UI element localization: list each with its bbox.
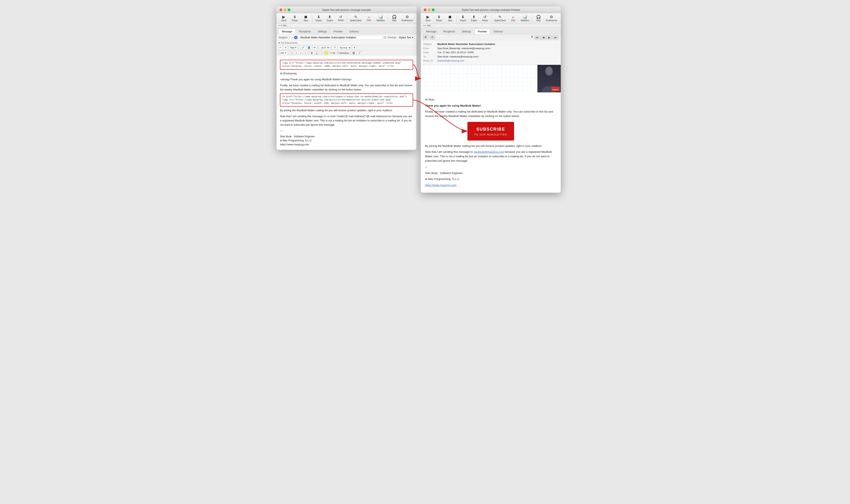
right-close-button[interactable] [424, 8, 426, 11]
mail-btn[interactable]: ✉ [313, 46, 317, 50]
minimize-button[interactable] [284, 8, 286, 11]
help-button[interactable]: 🎧 Help [389, 14, 399, 22]
subscribe-button[interactable]: SUBSCRIBE TO OUR NEWSLETTER [467, 122, 514, 141]
right-reset-button[interactable]: ↺ Reset [480, 14, 490, 22]
preferences-button[interactable]: ⚙ Preferences [400, 14, 414, 22]
underline-btn[interactable]: U [315, 51, 319, 55]
right-minimize-button[interactable] [428, 8, 430, 11]
spamcheck-icon: ✎ [354, 15, 357, 19]
font-family-label: T Helvetica [337, 52, 349, 54]
right-stop-button[interactable]: ⏹ Stop [445, 14, 455, 22]
right-reset-label: Reset [482, 19, 488, 22]
subject-arrows[interactable]: ⌃⌄ [289, 36, 293, 39]
right-tab-recipients[interactable]: Recipients [440, 29, 458, 34]
joining-para: By joining the MaxBulk Mailer mailing li… [280, 108, 413, 112]
right-statistics-button[interactable]: 📊 Statistics [519, 14, 531, 22]
tab-message[interactable]: Message [279, 29, 296, 34]
statistics-button[interactable]: 📊 Statistics [375, 14, 386, 22]
right-stop-label: Stop [448, 19, 453, 22]
italic-btn[interactable]: I [319, 51, 322, 55]
right-export-button[interactable]: ⬆ Export [469, 14, 479, 22]
import-button[interactable]: ⬇ Import [314, 14, 324, 22]
date-label: Date: [423, 51, 436, 55]
reset-icon: ↺ [339, 15, 342, 19]
normal-select[interactable]: Normal [338, 46, 351, 50]
undo-btn[interactable]: ↩ [278, 46, 283, 50]
reset-label: Reset [338, 19, 343, 21]
font-size-label: T 18 [330, 52, 335, 54]
redo-btn[interactable]: ↺ [283, 46, 288, 50]
tab-recipients[interactable]: Recipients [296, 29, 314, 34]
download-btn[interactable]: ⬇ [352, 46, 356, 50]
right-window-title: Styled Text with pictures message exampl… [461, 8, 520, 12]
tags-btn[interactable]: Tags ▾ [288, 46, 298, 50]
link-btn[interactable]: 🔗 [300, 46, 306, 50]
right-send-button[interactable]: ▶ Send [423, 14, 433, 22]
right-preferences-button[interactable]: ⚙ Preferences [544, 14, 559, 22]
header-replyto-row: Reply To: helpdesk@maxprog.com [423, 59, 558, 63]
format-chevron: ▾ [412, 36, 413, 39]
spamcheck-button[interactable]: ✎ SpamCheck [349, 14, 363, 22]
thankyou-para: <strong>Thank you again for using MaxBul… [280, 77, 413, 82]
encoding-select[interactable]: utf-8 [319, 46, 330, 50]
message-content-area[interactable]: <img src="https://www.maxprog.com/pictur… [277, 56, 417, 150]
preview-sig-dash: — [425, 165, 556, 169]
right-import-button[interactable]: ⬇ Import [458, 14, 468, 22]
pause-button[interactable]: ⏸ Pause [290, 14, 300, 22]
right-find-button[interactable]: ⌕ Find [508, 14, 518, 22]
export-button[interactable]: ⬆ Export [325, 14, 335, 22]
tab-settings[interactable]: Settings [315, 29, 330, 34]
nav-prev[interactable]: ◀ [541, 35, 546, 39]
nav-first[interactable]: ⏮ [534, 35, 540, 39]
subject-label: Subject: [279, 36, 288, 39]
right-maximize-button[interactable] [432, 8, 435, 11]
lists-btn[interactable]: Lists ▾ [278, 51, 287, 55]
clock-btn[interactable]: ⏱ [332, 46, 337, 50]
align-left-btn[interactable]: ≡ [290, 51, 294, 55]
right-stop-icon: ⏹ [448, 15, 452, 19]
right-tab-delivery[interactable]: Delivery [491, 29, 506, 34]
subject-row: Subject: ⌃⌄ M ☑ Format: Styled Text ▾ [277, 34, 417, 41]
subject-input[interactable] [299, 35, 383, 40]
person-btn[interactable]: 👤 [306, 46, 312, 50]
insert-link-btn[interactable]: 🔗 [357, 51, 362, 55]
right-tab-preview[interactable]: Preview [475, 29, 490, 34]
reset-button[interactable]: ↺ Reset [336, 15, 346, 22]
right-pause-label: Pause [436, 19, 442, 22]
send-button[interactable]: ▶ Send [279, 14, 289, 22]
to-value: Stan Busk <stanbusk@maxprog.com> [437, 55, 479, 59]
tab-delivery[interactable]: Delivery [346, 29, 362, 34]
preview-sig-url[interactable]: https://www.maxprog.com [425, 183, 457, 187]
refresh-button[interactable]: ↺ [430, 35, 435, 39]
insert-image-btn[interactable]: 🖼 [351, 51, 356, 55]
right-tab-message[interactable]: Message [423, 29, 440, 34]
align-justify-btn[interactable]: ≡ [303, 51, 307, 55]
right-preferences-label: Preferences [546, 19, 557, 22]
email-header: Subject: MaxBulk Mailer Newsletter Subsc… [421, 40, 561, 65]
right-spamcheck-button[interactable]: ✎ SpamCheck [493, 14, 507, 22]
find-icon: ⌕ [368, 15, 370, 19]
format-select[interactable]: Styled Text ▾ [398, 35, 414, 40]
left-titlebar: Styled Text with pictures message exampl… [277, 6, 417, 13]
align-right-btn[interactable]: ≡ [299, 51, 303, 55]
right-help-button[interactable]: 🎧 Help [533, 14, 544, 22]
editor-toolbar-row1: ↩ ↺ Tags ▾ 🔗 👤 ✉ utf-8 ⏱ Normal ⬇ [277, 45, 417, 51]
right-tab-settings[interactable]: Settings [459, 29, 474, 34]
right-send-label: Send [425, 19, 430, 22]
nav-next[interactable]: ▶ [547, 35, 552, 39]
et-sep7 [329, 51, 329, 55]
email-link[interactable]: stanbusk@maxprog.com [474, 150, 504, 154]
color-swatch[interactable] [325, 52, 328, 54]
eye-button[interactable]: 👁 [423, 35, 428, 39]
align-center-btn[interactable]: ≡ [294, 51, 298, 55]
tab-preview[interactable]: Preview [331, 29, 346, 34]
stop-button[interactable]: ⏹ Stop [301, 14, 311, 22]
maximize-button[interactable] [287, 8, 290, 11]
right-pause-button[interactable]: ⏸ Pause [434, 14, 444, 22]
find-button[interactable]: ⌕ Find [364, 15, 374, 22]
et-sep3 [331, 46, 331, 49]
replyto-value[interactable]: helpdesk@maxprog.com [437, 59, 464, 63]
close-button[interactable] [280, 8, 282, 11]
bold-btn[interactable]: B [309, 51, 314, 55]
nav-last[interactable]: ⏭ [552, 35, 559, 39]
